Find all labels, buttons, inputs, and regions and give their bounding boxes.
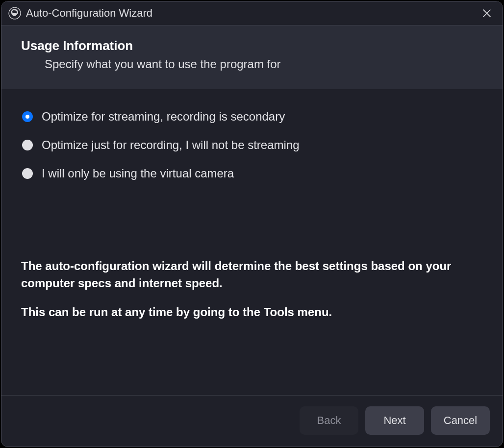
radio-label: Optimize for streaming, recording is sec… bbox=[42, 110, 285, 124]
radio-button-icon bbox=[22, 168, 33, 179]
close-button[interactable] bbox=[480, 6, 494, 20]
radio-option-virtual-camera[interactable]: I will only be using the virtual camera bbox=[22, 167, 483, 180]
page-subtitle: Specify what you want to use the program… bbox=[45, 57, 483, 71]
cancel-button[interactable]: Cancel bbox=[431, 406, 490, 435]
titlebar: Auto-Configuration Wizard bbox=[1, 1, 503, 25]
window-title: Auto-Configuration Wizard bbox=[26, 7, 152, 20]
header-panel: Usage Information Specify what you want … bbox=[1, 25, 503, 89]
info-paragraph-1: The auto-configuration wizard will deter… bbox=[21, 258, 483, 292]
radio-button-icon bbox=[22, 140, 33, 150]
radio-label: Optimize just for recording, I will not … bbox=[42, 138, 300, 152]
titlebar-left: Auto-Configuration Wizard bbox=[8, 7, 152, 20]
info-text: The auto-configuration wizard will deter… bbox=[21, 258, 483, 321]
obs-icon bbox=[8, 7, 21, 20]
usage-radio-group: Optimize for streaming, recording is sec… bbox=[22, 110, 483, 180]
radio-label: I will only be using the virtual camera bbox=[42, 167, 234, 180]
radio-option-streaming[interactable]: Optimize for streaming, recording is sec… bbox=[22, 110, 483, 124]
content-area: Optimize for streaming, recording is sec… bbox=[1, 89, 503, 395]
back-button[interactable]: Back bbox=[300, 406, 358, 435]
radio-option-recording[interactable]: Optimize just for recording, I will not … bbox=[22, 138, 483, 152]
close-icon bbox=[481, 8, 492, 19]
svg-point-1 bbox=[12, 10, 15, 13]
radio-button-icon bbox=[22, 111, 33, 122]
footer: Back Next Cancel bbox=[1, 395, 503, 447]
next-button[interactable]: Next bbox=[365, 406, 424, 435]
wizard-window: Auto-Configuration Wizard Usage Informat… bbox=[1, 1, 503, 447]
info-paragraph-2: This can be run at any time by going to … bbox=[21, 304, 483, 321]
page-title: Usage Information bbox=[21, 38, 483, 53]
